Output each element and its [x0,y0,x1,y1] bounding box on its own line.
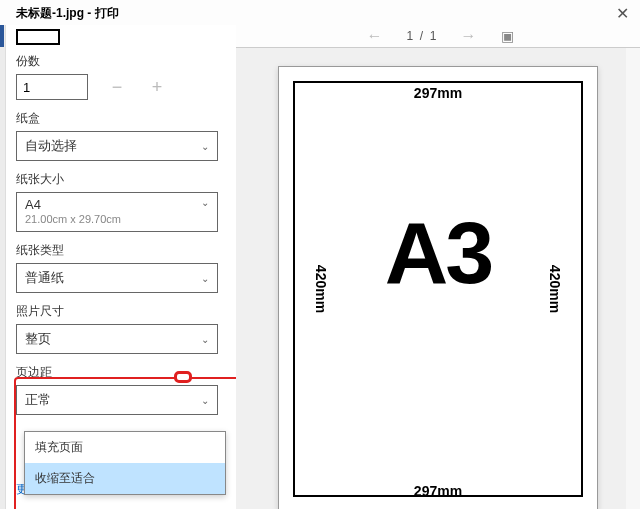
orientation-thumb[interactable] [16,29,60,45]
papersize-label: 纸张大小 [16,171,226,188]
copies-label: 份数 [16,53,226,70]
page-total: 1 [430,29,437,43]
papersize-select[interactable]: A4 21.00cm x 29.70cm ⌄ [16,192,218,232]
photosize-select[interactable]: 整页 ⌄ [16,324,218,354]
papersize-value: A4 21.00cm x 29.70cm [25,197,121,225]
copies-row: − + [16,74,226,100]
preview-area: 297mm 297mm 420mm 420mm A3 [236,47,640,509]
photosize-value: 整页 [25,330,51,348]
margin-label: 页边距 [16,364,226,381]
preview-pane: ← 1 / 1 → ▣ 297mm 297mm 420mm 420mm A3 [236,25,640,509]
papertype-label: 纸张类型 [16,242,226,259]
orientation-thumb-row [16,29,226,45]
page-sep: / [420,29,423,43]
prev-page-button[interactable]: ← [362,27,386,45]
close-icon[interactable]: ✕ [612,4,632,23]
papertype-select[interactable]: 普通纸 ⌄ [16,263,218,293]
dim-bottom: 297mm [414,483,462,499]
pager: ← 1 / 1 → ▣ [236,25,640,47]
option-shrink-to-fit[interactable]: 收缩至适合 [25,463,225,494]
papersize-name: A4 [25,197,41,212]
preview-scrollbar[interactable] [626,48,640,509]
option-fill-page[interactable]: 填充页面 [25,432,225,463]
titlebar: 未标题-1.jpg - 打印 ✕ [0,0,640,25]
dim-top: 297mm [414,85,462,101]
papertype-value: 普通纸 [25,269,64,287]
tray-label: 纸盒 [16,110,226,127]
dialog-body: 份数 − + 纸盒 自动选择 ⌄ 纸张大小 A4 21.00cm x 29.70… [0,25,640,509]
dim-right: 420mm [547,265,563,313]
chevron-down-icon: ⌄ [201,197,209,208]
scale-dropdown: 填充页面 收缩至适合 [24,431,226,495]
tray-select[interactable]: 自动选择 ⌄ [16,131,218,161]
accent-stripe [0,25,4,47]
dim-left: 420mm [313,265,329,313]
copies-input[interactable] [16,74,88,100]
chevron-down-icon: ⌄ [201,273,209,284]
chevron-down-icon: ⌄ [201,395,209,406]
papersize-dims: 21.00cm x 29.70cm [25,213,121,225]
copies-plus-button[interactable]: + [146,76,168,98]
settings-panel: 份数 − + 纸盒 自动选择 ⌄ 纸张大小 A4 21.00cm x 29.70… [6,25,236,509]
tray-value: 自动选择 [25,137,77,155]
photosize-label: 照片尺寸 [16,303,226,320]
chevron-down-icon: ⌄ [201,334,209,345]
margin-select[interactable]: 正常 ⌄ [16,385,218,415]
window-title: 未标题-1.jpg - 打印 [16,5,119,22]
preview-content: A3 [385,202,492,304]
page-indicator: 1 / 1 [406,29,436,43]
fit-page-icon[interactable]: ▣ [501,28,514,44]
preview-page: 297mm 297mm 420mm 420mm A3 [278,66,598,509]
chevron-down-icon: ⌄ [201,141,209,152]
page-current: 1 [406,29,413,43]
margin-value: 正常 [25,391,51,409]
copies-minus-button[interactable]: − [106,76,128,98]
next-page-button[interactable]: → [457,27,481,45]
